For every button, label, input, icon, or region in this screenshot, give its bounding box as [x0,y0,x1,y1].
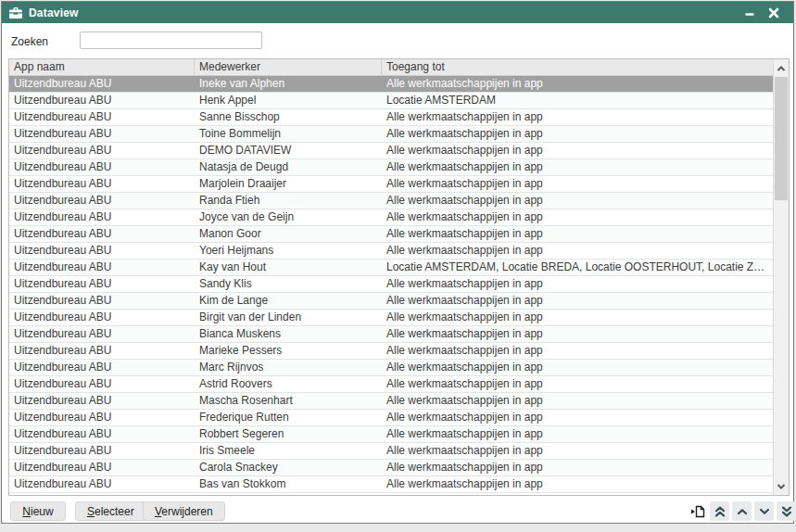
table-row[interactable]: Uitzendbureau ABU Sanne Bisschop Alle we… [9,109,773,126]
cell-toegang-tot: Alle werkmaatschappijen in app [382,293,773,309]
cell-medewerker: Marc Rijnvos [195,360,382,375]
column-header-app-naam[interactable]: App naam [9,59,195,75]
cell-app-naam: Uitzendbureau ABU [9,243,195,259]
scroll-up-icon[interactable] [774,60,789,76]
cell-medewerker: Henk Appel [195,93,382,108]
table-row[interactable]: Uitzendbureau ABU Ineke van Alphen Alle … [9,76,773,93]
cell-app-naam: Uitzendbureau ABU [9,176,195,192]
table-row[interactable]: Uitzendbureau ABU Manon Goor Alle werkma… [9,226,773,243]
table-row[interactable]: Uitzendbureau ABU Bas van Stokkom Alle w… [9,476,773,493]
cell-app-naam: Uitzendbureau ABU [9,443,195,459]
cell-app-naam: Uitzendbureau ABU [9,326,195,342]
selecteer-button[interactable]: Selecteer [75,501,146,521]
table-row[interactable]: Uitzendbureau ABU Sandy Klis Alle werkma… [9,276,773,293]
cell-app-naam: Uitzendbureau ABU [9,460,195,475]
titlebar: Dataview [2,2,793,23]
cell-toegang-tot: Alle werkmaatschappijen in app [382,426,773,442]
cell-toegang-tot: Alle werkmaatschappijen in app [382,376,773,392]
cell-toegang-tot: Alle werkmaatschappijen in app [382,126,773,142]
cell-toegang-tot: Alle werkmaatschappijen in app [382,159,773,175]
table-row[interactable]: Uitzendbureau ABU Toine Bommelijn Alle w… [9,126,773,143]
cell-app-naam: Uitzendbureau ABU [9,109,195,125]
cell-toegang-tot: Alle werkmaatschappijen in app [382,209,773,225]
verwijderen-button[interactable]: Verwijderen [143,501,225,521]
table-row[interactable]: Uitzendbureau ABU Kay van Hout Locatie A… [9,260,773,276]
table-row[interactable]: Uitzendbureau ABU Robbert Segeren Alle w… [9,426,773,443]
export-record-icon[interactable] [688,501,707,521]
cell-medewerker: Mascha Rosenhart [195,393,382,409]
cell-app-naam: Uitzendbureau ABU [9,343,195,359]
selecteer-button-label: S [87,505,95,518]
table-row[interactable]: Uitzendbureau ABU Randa Ftieh Alle werkm… [9,193,773,209]
table-row[interactable]: Uitzendbureau ABU Marc Rijnvos Alle werk… [9,360,773,376]
table-row[interactable]: Uitzendbureau ABU Henk Appel Locatie AMS… [9,93,773,109]
table-row[interactable]: Uitzendbureau ABU Mascha Rosenhart Alle … [9,393,773,410]
cell-toegang-tot: Alle werkmaatschappijen in app [382,226,773,242]
cell-medewerker: Ineke van Alphen [195,76,382,92]
cell-medewerker: Natasja de Deugd [195,159,382,175]
cell-medewerker: Randa Ftieh [195,193,382,209]
cell-app-naam: Uitzendbureau ABU [9,276,195,292]
cell-medewerker: DEMO DATAVIEW [195,143,382,158]
cell-medewerker: Kim de Lange [195,293,382,309]
cell-toegang-tot: Alle werkmaatschappijen in app [382,343,773,359]
table-row[interactable]: Uitzendbureau ABU DEMO DATAVIEW Alle wer… [9,143,773,159]
cell-toegang-tot: Alle werkmaatschappijen in app [382,310,773,325]
close-button[interactable] [762,2,786,23]
scroll-down-icon[interactable] [774,478,789,494]
table-row[interactable]: Uitzendbureau ABU Marieke Pessers Alle w… [9,343,773,360]
previous-record-icon[interactable] [732,501,752,521]
table-row[interactable]: Uitzendbureau ABU Kim de Lange Alle werk… [9,293,773,310]
table-row[interactable]: Uitzendbureau ABU Joyce van de Geijn All… [9,209,773,226]
window-title: Dataview [29,6,79,19]
table-row[interactable]: Uitzendbureau ABU Bianca Muskens Alle we… [9,326,773,343]
column-header-toegang-tot[interactable]: Toegang tot [382,59,773,75]
cell-medewerker: Sanne Bisschop [195,109,382,125]
minimize-button[interactable] [738,2,762,23]
table-row[interactable]: Uitzendbureau ABU Iris Smeele Alle werkm… [9,443,773,460]
cell-app-naam: Uitzendbureau ABU [9,226,195,242]
cell-app-naam: Uitzendbureau ABU [9,209,195,225]
cell-app-naam: Uitzendbureau ABU [9,410,195,425]
table-row[interactable]: Uitzendbureau ABU Birgit van der Linden … [9,310,773,326]
cell-app-naam: Uitzendbureau ABU [9,360,195,375]
cell-app-naam: Uitzendbureau ABU [9,310,195,325]
first-record-icon[interactable] [710,501,729,521]
table-row[interactable]: Uitzendbureau ABU Yoeri Heijmans Alle we… [9,243,773,260]
cell-app-naam: Uitzendbureau ABU [9,143,195,158]
table-row[interactable]: Uitzendbureau ABU Marjolein Draaijer All… [9,176,773,193]
cell-app-naam: Uitzendbureau ABU [9,76,195,92]
employees-table: App naam Medewerker Toegang tot Uitzendb… [8,58,790,496]
cell-app-naam: Uitzendbureau ABU [9,393,195,409]
cell-toegang-tot: Alle werkmaatschappijen in app [382,76,773,92]
table-header-row: App naam Medewerker Toegang tot [9,59,773,76]
cell-medewerker: Robbert Segeren [195,426,382,442]
next-record-icon[interactable] [754,501,774,521]
cell-app-naam: Uitzendbureau ABU [9,159,195,175]
cell-medewerker: Joyce van de Geijn [195,209,382,225]
cell-medewerker: Bas van Stokkom [195,476,382,492]
cell-app-naam: Uitzendbureau ABU [9,293,195,309]
vertical-scrollbar[interactable] [773,59,789,495]
table-row[interactable]: Uitzendbureau ABU Carola Snackey Alle we… [9,460,773,476]
table-row[interactable]: Uitzendbureau ABU Astrid Roovers Alle we… [9,376,773,393]
toolbox-icon [9,7,22,19]
search-label: Zoeken [11,35,48,48]
dataview-window: Dataview Zoeken App naam Medewerker Toeg… [1,1,794,524]
column-header-medewerker[interactable]: Medewerker [195,59,382,75]
last-record-icon[interactable] [777,501,796,521]
cell-toegang-tot: Alle werkmaatschappijen in app [382,143,773,158]
table-row[interactable]: Uitzendbureau ABU Frederique Rutten Alle… [9,410,773,426]
cell-medewerker: Marjolein Draaijer [195,176,382,192]
search-input[interactable] [80,32,262,49]
cell-app-naam: Uitzendbureau ABU [9,376,195,392]
cell-toegang-tot: Alle werkmaatschappijen in app [382,393,773,409]
nieuw-button[interactable]: Nieuw [10,501,66,521]
cell-toegang-tot: Alle werkmaatschappijen in app [382,176,773,192]
cell-app-naam: Uitzendbureau ABU [9,476,195,492]
cell-medewerker: Astrid Roovers [195,376,382,392]
nieuw-button-label: N [22,505,31,518]
scrollbar-thumb[interactable] [775,77,788,200]
table-row[interactable]: Uitzendbureau ABU Natasja de Deugd Alle … [9,159,773,176]
cell-medewerker: Kay van Hout [195,260,382,275]
